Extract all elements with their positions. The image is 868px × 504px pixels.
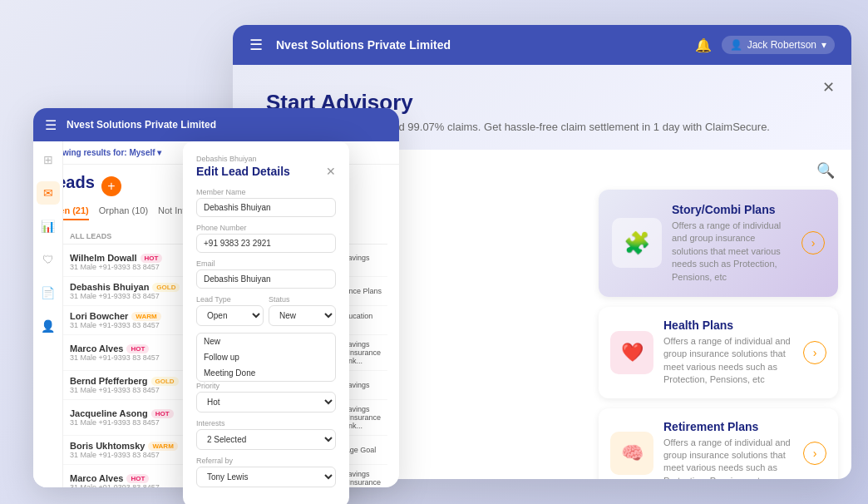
main-header: ☰ Nvest Solutions Private Limited 🔔 👤 Ja…: [233, 25, 851, 65]
priority-label: Priority: [196, 382, 336, 390]
user-badge[interactable]: 👤 Jack Robertson ▾: [722, 36, 835, 54]
retirement-plan-desc: Offers a range of individual and group i…: [663, 437, 793, 479]
user-name: Jack Robertson: [747, 39, 816, 51]
form-group-interests: Interests 2 Selected: [196, 419, 336, 450]
modal-close-button[interactable]: ✕: [326, 165, 336, 178]
lead-badge: GOLD: [152, 283, 180, 292]
member-name-input[interactable]: [196, 198, 336, 217]
retirement-plan-name: Retirement Plans: [663, 420, 793, 433]
status-dropdown-options: New Follow up Meeting Done: [196, 333, 336, 382]
tab-orphan[interactable]: Orphan (10): [99, 205, 148, 220]
health-plan-desc: Offers a range of individual and group i…: [663, 335, 793, 387]
story-plan-name: Story/Combi Plans: [672, 203, 792, 216]
email-label: Email: [196, 259, 336, 268]
lead-badge: HOT: [141, 254, 163, 263]
lead-badge: GOLD: [151, 377, 179, 386]
lead-type-label: Lead Type: [196, 295, 264, 304]
priority-select[interactable]: Hot: [196, 392, 336, 413]
search-icon-area: 🔍: [599, 161, 838, 180]
status-select[interactable]: New: [269, 305, 336, 326]
chevron-down-icon: ▾: [821, 39, 826, 51]
header-actions: 🔔 👤 Jack Robertson ▾: [695, 36, 835, 54]
bell-icon[interactable]: 🔔: [695, 37, 712, 53]
story-plan-arrow[interactable]: ›: [801, 231, 825, 254]
option-followup[interactable]: Follow up: [197, 349, 335, 365]
referral-label: Referral by: [196, 457, 336, 465]
nav-icon-shield[interactable]: 🛡: [37, 248, 60, 271]
form-row-type-status: Lead Type Open Status New: [196, 295, 336, 326]
story-plan-desc: Offers a range of individual and group i…: [672, 220, 792, 284]
story-plan-icon: 🧩: [612, 218, 662, 268]
plan-card-retirement[interactable]: 🧠 Retirement Plans Offers a range of ind…: [599, 408, 838, 479]
edit-lead-modal: Debashis Bhuiyan Edit Lead Details ✕ Mem…: [183, 141, 349, 504]
health-plan-text: Health Plans Offers a range of individua…: [663, 319, 793, 387]
referral-select[interactable]: Tony Lewis: [196, 467, 336, 487]
nav-icons: ⊞ ✉ 📊 🛡 📄 👤: [33, 141, 63, 487]
lead-badge: HOT: [151, 409, 174, 418]
form-group-email: Email: [196, 259, 336, 289]
modal-title: Edit Lead Details: [196, 165, 290, 178]
search-icon[interactable]: 🔍: [816, 161, 835, 180]
plan-card-health[interactable]: ❤️ Health Plans Offers a range of indivi…: [599, 307, 838, 398]
interests-label: Interests: [196, 419, 336, 427]
health-plan-name: Health Plans: [663, 319, 793, 332]
modal-header: Edit Lead Details ✕: [196, 165, 336, 178]
nav-icon-chart[interactable]: 📊: [37, 215, 60, 238]
status-label: Status: [269, 295, 336, 304]
plan-card-story[interactable]: 🧩 Story/Combi Plans Offers a range of in…: [599, 190, 838, 297]
phone-input[interactable]: [196, 234, 336, 253]
nav-icon-doc[interactable]: 📄: [37, 281, 60, 304]
lead-badge: WARM: [131, 312, 160, 321]
option-new[interactable]: New: [197, 334, 335, 349]
plans-area: 🔍 🧩 Story/Combi Plans Offers a range of …: [585, 148, 851, 479]
nav-icon-user[interactable]: 👤: [37, 314, 60, 338]
lead-type-select[interactable]: Open: [196, 305, 264, 326]
retirement-plan-text: Retirement Plans Offers a range of indiv…: [663, 420, 793, 479]
option-meeting-done[interactable]: Meeting Done: [197, 365, 335, 381]
form-group-phone: Phone Number: [196, 224, 336, 253]
interests-select[interactable]: 2 Selected: [196, 429, 336, 450]
main-app-title: Nvest Solutions Private Limited: [276, 38, 695, 52]
story-plan-text: Story/Combi Plans Offers a range of indi…: [672, 203, 792, 284]
leads-app-title: Nvest Solutions Private Limited: [67, 119, 216, 131]
lead-badge: HOT: [126, 344, 149, 353]
lead-badge: WARM: [148, 442, 177, 451]
lead-badge: HOT: [126, 474, 149, 483]
modal-lead-name: Debashis Bhuiyan: [196, 155, 336, 163]
form-group-status: Status New: [269, 295, 336, 326]
user-icon: 👤: [730, 39, 742, 51]
form-group-member-name: Member Name: [196, 188, 336, 217]
advisory-close-button[interactable]: ✕: [822, 78, 835, 96]
retirement-plan-arrow[interactable]: ›: [803, 442, 826, 465]
form-group-lead-type: Lead Type Open: [196, 295, 264, 326]
phone-label: Phone Number: [196, 224, 336, 232]
health-plan-arrow[interactable]: ›: [803, 341, 826, 364]
form-group-referral: Referral by Tony Lewis: [196, 457, 336, 487]
member-name-label: Member Name: [196, 188, 336, 196]
form-group-priority: Priority Hot: [196, 382, 336, 413]
hamburger-icon[interactable]: ☰: [249, 36, 263, 54]
health-plan-icon: ❤️: [610, 331, 653, 374]
add-lead-button[interactable]: +: [101, 176, 121, 196]
nav-icon-mail[interactable]: ✉: [37, 181, 60, 205]
email-input[interactable]: [196, 269, 336, 289]
showing-value[interactable]: Myself ▾: [129, 148, 161, 157]
leads-hamburger-icon[interactable]: ☰: [45, 117, 57, 133]
leads-header: ☰ Nvest Solutions Private Limited: [33, 108, 399, 141]
nav-icon-home[interactable]: ⊞: [37, 148, 60, 171]
retirement-plan-icon: 🧠: [610, 432, 653, 475]
